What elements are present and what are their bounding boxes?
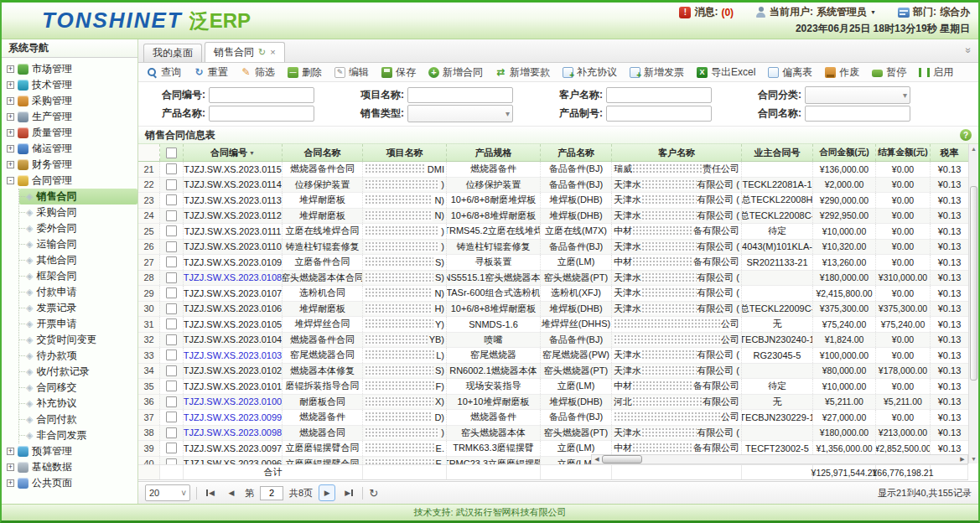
hscroll-right-arrow-icon[interactable] — [957, 455, 967, 463]
row-checkbox[interactable] — [166, 179, 177, 190]
project-name-input[interactable] — [407, 87, 513, 103]
tab-my-desktop[interactable]: 我的桌面 — [143, 44, 202, 62]
row-checkbox[interactable] — [166, 381, 177, 391]
refresh-icon[interactable] — [369, 487, 378, 500]
sidebar-item-framework-contract[interactable]: 框架合同 — [19, 268, 137, 284]
contract-category-select[interactable] — [805, 86, 910, 104]
vscroll-thumb[interactable] — [970, 186, 977, 381]
tree-expander-icon[interactable]: + — [7, 161, 14, 168]
select-all-checkbox[interactable] — [166, 148, 177, 158]
horizontal-scrollbar[interactable] — [591, 454, 968, 464]
tree-expander-icon[interactable]: + — [7, 113, 14, 121]
column-header-5[interactable]: 产品名称 — [541, 144, 612, 161]
sidebar-item-invoicing-request[interactable]: 开票申请 — [19, 316, 137, 332]
sidebar-item-base-data[interactable]: +基础数据 — [7, 459, 137, 475]
sidebar-item-storage-transport[interactable]: +储运管理 — [7, 141, 137, 157]
sidebar-item-market[interactable]: +市场管理 — [7, 61, 137, 77]
export-excel-button[interactable]: 导出Excel — [697, 65, 755, 80]
column-header-9[interactable]: 结算金额(元) — [876, 144, 931, 161]
sidebar-item-budget[interactable]: +预算管理 — [7, 443, 137, 459]
row-checkbox[interactable] — [166, 318, 177, 329]
sidebar-item-quality[interactable]: +质量管理 — [7, 125, 137, 141]
row-checkbox[interactable] — [166, 287, 177, 298]
column-header-1[interactable]: 合同编号 — [184, 144, 283, 161]
row-checkbox[interactable] — [166, 256, 177, 267]
product-make-no-input[interactable] — [606, 106, 712, 122]
tab-close-icon[interactable] — [270, 48, 275, 57]
contract-id-cell[interactable]: TJZJ.SW.XS.2023.0100 — [184, 395, 283, 410]
column-header-8[interactable]: 合同金额(元) — [813, 144, 876, 161]
tree-expander-icon[interactable]: + — [7, 97, 14, 105]
row-checkbox[interactable] — [166, 163, 177, 174]
sidebar-item-other-contract[interactable]: 其他合同 — [19, 252, 137, 268]
sidebar-item-contract[interactable]: -合同管理 — [7, 173, 137, 189]
column-header-10[interactable]: 税率 — [931, 144, 968, 161]
vscroll-down-arrow-icon[interactable] — [969, 454, 978, 463]
hscroll-left-arrow-icon[interactable] — [592, 455, 602, 463]
void-button[interactable]: 作废 — [825, 65, 859, 80]
add-payment-claim-button[interactable]: 新增要款 — [495, 65, 550, 80]
help-icon[interactable] — [960, 129, 972, 141]
delete-button[interactable]: 删除 — [288, 65, 322, 80]
sidebar-item-payment-request[interactable]: 付款申请 — [19, 284, 137, 300]
row-checkbox[interactable] — [166, 350, 177, 360]
sidebar-item-contract-payment[interactable]: 合同付款 — [19, 412, 137, 427]
tree-expander-icon[interactable]: + — [7, 448, 14, 455]
contract-id-cell[interactable]: TJZJ.SW.XS.2023.0098 — [184, 426, 283, 441]
edit-button[interactable]: 编辑 — [334, 65, 369, 80]
tab-options-chevron-icon[interactable] — [963, 48, 975, 54]
page-number-input[interactable] — [260, 486, 283, 500]
sidebar-item-sales-contract[interactable]: 销售合同 — [19, 189, 137, 205]
contract-id-cell[interactable]: TJZJ.SW.XS.2023.0103 — [184, 348, 283, 363]
next-page-button[interactable]: ▶ — [319, 484, 335, 501]
column-header-3[interactable]: 项目名称 — [363, 144, 447, 161]
sidebar-item-technology[interactable]: +技术管理 — [7, 77, 137, 93]
customer-name-input[interactable] — [606, 87, 712, 103]
contract-id-cell[interactable]: TJZJ.SW.XS.2023.0108 — [184, 271, 283, 286]
sales-type-select[interactable] — [407, 105, 513, 122]
enable-button[interactable]: 启用 — [919, 65, 953, 80]
row-checkbox[interactable] — [166, 241, 177, 252]
sidebar-item-supplement-agreement[interactable]: 补充协议 — [19, 396, 137, 412]
messages-button[interactable]: 消息:(0) — [679, 5, 734, 19]
contract-id-cell[interactable]: TJZJ.SW.XS.2023.0099 — [184, 410, 283, 425]
sidebar-item-non-contract-invoice[interactable]: 非合同发票 — [19, 427, 137, 443]
row-checkbox[interactable] — [166, 427, 177, 438]
row-checkbox[interactable] — [166, 458, 177, 464]
sidebar-item-invoice-record[interactable]: 发票记录 — [19, 300, 137, 316]
contract-name-input[interactable] — [805, 106, 910, 122]
sidebar-item-public-page[interactable]: +公共页面 — [7, 475, 137, 491]
last-page-button[interactable]: ▶ — [341, 485, 356, 500]
tree-expander-icon[interactable]: - — [7, 177, 14, 184]
sidebar-item-delivery-time-change[interactable]: 交货时间变更 — [19, 332, 137, 348]
hscroll-thumb[interactable] — [602, 455, 642, 463]
current-user-menu[interactable]: 当前用户: 系统管理员 — [755, 5, 876, 19]
row-checkbox[interactable] — [166, 396, 177, 407]
tree-expander-icon[interactable]: + — [7, 81, 14, 89]
column-header-2[interactable]: 合同名称 — [283, 144, 363, 161]
row-checkbox[interactable] — [166, 412, 177, 422]
vertical-scrollbar[interactable] — [968, 144, 978, 463]
supplement-agreement-button[interactable]: 补充协议 — [563, 65, 617, 80]
add-contract-button[interactable]: 新增合同 — [428, 65, 483, 80]
tree-expander-icon[interactable]: + — [7, 129, 14, 137]
filter-button[interactable]: 筛选 — [241, 65, 275, 80]
row-checkbox[interactable] — [166, 303, 177, 314]
search-button[interactable]: 查询 — [147, 65, 181, 80]
tab-refresh-icon[interactable] — [258, 48, 266, 57]
deviation-table-button[interactable]: 偏离表 — [768, 65, 812, 80]
sidebar-item-contract-handover[interactable]: 合同移交 — [19, 380, 137, 396]
row-checkbox[interactable] — [166, 365, 177, 376]
vscroll-up-arrow-icon[interactable] — [969, 144, 978, 153]
row-checkbox[interactable] — [166, 210, 177, 221]
sidebar-item-pending-payment[interactable]: 待办款项 — [19, 348, 137, 364]
row-checkbox[interactable] — [166, 194, 177, 205]
prev-page-button[interactable]: ◀ — [224, 485, 239, 500]
row-checkbox[interactable] — [166, 443, 177, 453]
column-header-4[interactable]: 产品规格 — [447, 144, 541, 161]
row-checkbox[interactable] — [166, 334, 177, 345]
sidebar-item-procurement[interactable]: +采购管理 — [7, 93, 137, 109]
sidebar-item-outsourcing-contract[interactable]: 委外合同 — [19, 220, 137, 236]
first-page-button[interactable]: ◀ — [203, 485, 218, 500]
sidebar-item-finance[interactable]: +财务管理 — [7, 157, 137, 173]
